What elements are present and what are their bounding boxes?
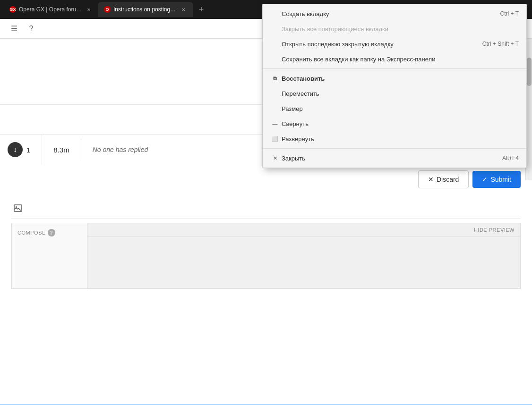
menu-item-icon-minimize: — [270, 119, 280, 128]
menu-item-label-maximize: Развернуть [282, 135, 519, 143]
menu-item-restore[interactable]: ⧉Восстановить [263, 71, 526, 86]
menu-item-size[interactable]: Размер [263, 101, 526, 116]
menu-item-move[interactable]: Переместить [263, 86, 526, 101]
menu-item-reopen-tab[interactable]: Открыть последнюю закрытую вкладкуCtrl +… [263, 36, 526, 51]
menu-item-label-close-dupes: Закрыть все повторяющиеся вкладки [282, 25, 519, 33]
menu-item-save-tabs[interactable]: Сохранить все вкладки как папку на Экспр… [263, 51, 526, 67]
menu-item-label-new-tab: Создать вкладку [282, 10, 485, 17]
menu-item-icon-new-tab [270, 9, 280, 18]
menu-separator [263, 68, 526, 69]
menu-item-icon-save-tabs [270, 54, 280, 64]
menu-item-shortcut-new-tab: Ctrl + T [500, 10, 519, 17]
menu-item-label-move: Переместить [282, 90, 519, 97]
menu-item-label-minimize: Свернуть [282, 120, 519, 127]
menu-item-shortcut-reopen-tab: Ctrl + Shift + T [482, 41, 519, 47]
menu-item-icon-close-dupes [270, 24, 280, 34]
menu-item-icon-size [270, 104, 280, 113]
menu-item-close-dupes: Закрыть все повторяющиеся вкладки [263, 21, 526, 36]
menu-item-maximize[interactable]: ⬜Развернуть [263, 131, 526, 146]
menu-item-label-close: Закрыть [282, 155, 487, 162]
menu-item-label-save-tabs: Сохранить все вкладки как папку на Экспр… [282, 56, 519, 63]
menu-item-icon-move [270, 89, 280, 98]
menu-item-icon-restore: ⧉ [270, 74, 280, 83]
menu-item-icon-reopen-tab [270, 39, 280, 49]
menu-item-icon-maximize: ⬜ [270, 134, 280, 143]
menu-item-label-restore: Восстановить [282, 75, 519, 82]
context-menu-overlay[interactable]: Создать вкладкуCtrl + TЗакрыть все повто… [0, 0, 532, 405]
menu-item-new-tab[interactable]: Создать вкладкуCtrl + T [263, 6, 526, 21]
menu-item-label-reopen-tab: Открыть последнюю закрытую вкладку [282, 41, 467, 48]
menu-separator [263, 148, 526, 149]
menu-item-label-size: Размер [282, 105, 519, 112]
context-menu: Создать вкладкуCtrl + TЗакрыть все повто… [262, 4, 527, 168]
menu-item-minimize[interactable]: —Свернуть [263, 116, 526, 131]
menu-item-close[interactable]: ✕ЗакрытьAlt+F4 [263, 151, 526, 166]
menu-item-icon-close: ✕ [270, 153, 280, 163]
menu-item-shortcut-close: Alt+F4 [502, 155, 519, 161]
